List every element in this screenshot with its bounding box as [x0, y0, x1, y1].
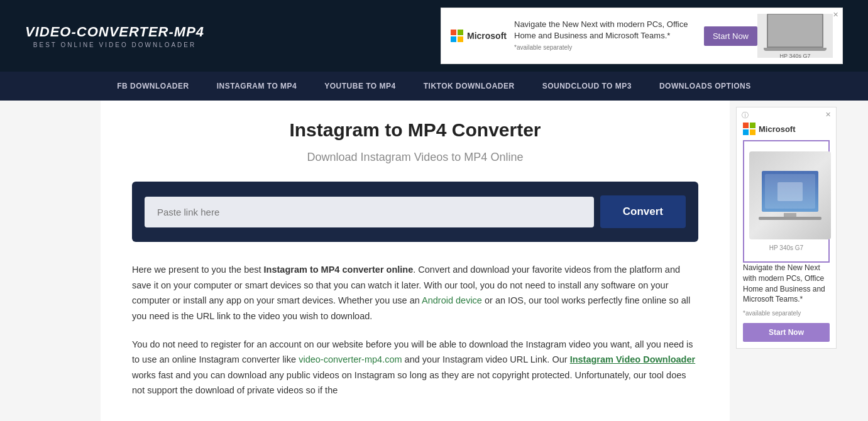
sidebar-ad-image-container: HP 340s G7 — [743, 140, 830, 263]
sidebar-ms-grid-icon — [743, 123, 755, 135]
laptop-shape — [767, 14, 823, 48]
laptop-base — [764, 48, 827, 51]
ad-start-now-button[interactable]: Start Now — [704, 26, 757, 46]
sidebar-start-now-button[interactable]: Start Now — [743, 323, 830, 342]
laptop-label: HP 340s G7 — [780, 53, 811, 58]
convert-button[interactable]: Convert — [600, 195, 686, 228]
nav-tiktok-downloader[interactable]: TIKTOK DOWNLOADER — [410, 72, 529, 101]
sidebar-ad-small-text: *available separately — [743, 310, 830, 317]
body-paragraph-1: Here we present to you the best Instagra… — [132, 262, 698, 324]
sidebar-ad-close-icon[interactable]: ✕ — [825, 111, 831, 119]
nav-downloads-options[interactable]: DOWNLOADS OPTIONS — [646, 72, 765, 101]
url-input[interactable] — [145, 197, 594, 227]
left-sidebar — [0, 101, 101, 421]
video-converter-link[interactable]: video-converter-mp4.com — [299, 354, 402, 364]
nav-instagram-to-mp4[interactable]: INSTAGRAM TO MP4 — [203, 72, 311, 101]
ad-text: Navigate the New Next with modern PCs, O… — [507, 19, 704, 53]
page-title: Instagram to MP4 Converter — [132, 119, 698, 141]
sidebar-ms-label: Microsoft — [759, 124, 796, 134]
nav-youtube-to-mp4[interactable]: YOUTUBE TO MP4 — [310, 72, 409, 101]
ms-grid-icon — [451, 30, 463, 42]
instagram-downloader-link[interactable]: Instagram Video Downloader — [570, 354, 696, 364]
nav-fb-downloader[interactable]: FB DOWNLOADER — [103, 72, 203, 101]
android-device-link[interactable]: Android device — [422, 295, 482, 305]
page-body: Instagram to MP4 Converter Download Inst… — [0, 101, 868, 421]
header-ad-banner: ✕ Microsoft Navigate the New Next with m… — [441, 8, 843, 64]
sidebar-laptop-image — [749, 151, 831, 239]
main-nav: FB DOWNLOADER INSTAGRAM TO MP4 YOUTUBE T… — [0, 72, 868, 101]
logo: VIDEO-CONVERTER-MP4 BEST ONLINE VIDEO DO… — [25, 24, 204, 48]
header: VIDEO-CONVERTER-MP4 BEST ONLINE VIDEO DO… — [0, 0, 868, 72]
main-content: Instagram to MP4 Converter Download Inst… — [101, 101, 730, 421]
laptop-screen — [762, 171, 818, 212]
converter-box: Convert — [132, 182, 698, 242]
sidebar-ad-body-text: Navigate the New Next with modern PCs, O… — [743, 263, 830, 305]
laptop-screen-content — [762, 171, 818, 212]
logo-title: VIDEO-CONVERTER-MP4 — [25, 24, 204, 40]
logo-subtitle: BEST ONLINE VIDEO DOWNLOADER — [33, 41, 196, 48]
laptop-base-2 — [759, 217, 821, 220]
body-paragraph-2: You do not need to register for an accou… — [132, 337, 698, 399]
ms-label: Microsoft — [467, 31, 507, 41]
sidebar-ad: ⓘ ✕ Microsoft — [736, 107, 837, 349]
sidebar-ad-info-icon[interactable]: ⓘ — [742, 111, 749, 120]
sidebar-laptop-label: HP 340s G7 — [749, 244, 823, 251]
right-sidebar: ⓘ ✕ Microsoft — [730, 101, 868, 421]
ad-close-icon[interactable]: ✕ — [833, 11, 838, 19]
ad-laptop-image: HP 340s G7 — [757, 14, 833, 58]
ms-logo: Microsoft — [451, 30, 507, 42]
nav-soundcloud-to-mp3[interactable]: SOUNDCLOUD TO MP3 — [529, 72, 646, 101]
page-subtitle: Download Instagram Videos to MP4 Online — [132, 151, 698, 164]
sidebar-ms-logo: Microsoft — [743, 123, 830, 135]
